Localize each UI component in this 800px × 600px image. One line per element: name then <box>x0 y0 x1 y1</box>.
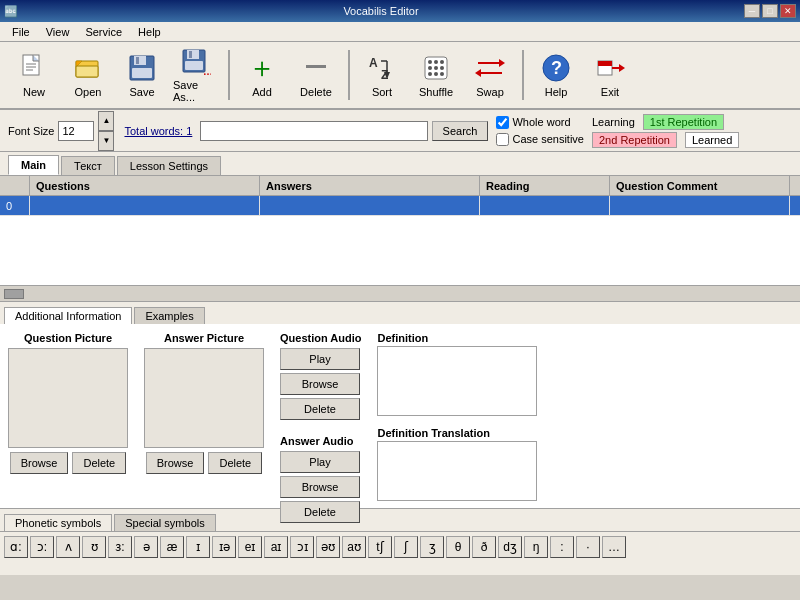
question-audio-browse[interactable]: Browse <box>280 373 360 395</box>
minimize-button[interactable]: ─ <box>744 4 760 18</box>
sort-button[interactable]: A Z Sort <box>356 46 408 104</box>
font-size-up[interactable]: ▲ <box>98 111 114 131</box>
close-button[interactable]: ✕ <box>780 4 796 18</box>
svg-text:…: … <box>203 66 211 77</box>
titlebar-controls: ─ □ ✕ <box>744 4 796 18</box>
phonetic-symbol-btn[interactable]: ɪ <box>186 536 210 558</box>
question-picture-delete[interactable]: Delete <box>72 452 126 474</box>
status-row-2: 2nd Repetition Learned <box>592 132 792 148</box>
answer-picture-browse[interactable]: Browse <box>146 452 205 474</box>
tab-special-symbols[interactable]: Special symbols <box>114 514 215 531</box>
saveas-icon: … <box>180 47 212 77</box>
answer-audio-play[interactable]: Play <box>280 451 360 473</box>
tab-text[interactable]: Текст <box>61 156 115 175</box>
phonetic-symbol-btn[interactable]: aʊ <box>342 536 366 558</box>
answer-audio-browse[interactable]: Browse <box>280 476 360 498</box>
help-label: Help <box>545 86 568 98</box>
menu-help[interactable]: Help <box>130 24 169 40</box>
col-answers: Answers <box>260 176 480 195</box>
font-size-down[interactable]: ▼ <box>98 131 114 151</box>
help-button[interactable]: ? Help <box>530 46 582 104</box>
new-button[interactable]: New <box>8 46 60 104</box>
svg-rect-6 <box>76 66 98 77</box>
shuffle-button[interactable]: Shuffle <box>410 46 462 104</box>
saveas-button[interactable]: … Save As... <box>170 46 222 104</box>
definition-translation-textarea[interactable] <box>377 441 537 501</box>
learned-badge: Learned <box>685 132 739 148</box>
tab-additional-info[interactable]: Additional Information <box>4 307 132 324</box>
whole-word-label: Whole word <box>512 116 570 128</box>
search-button[interactable]: Search <box>432 121 489 141</box>
question-audio-play[interactable]: Play <box>280 348 360 370</box>
answer-audio-delete[interactable]: Delete <box>280 501 360 523</box>
phonetic-symbol-btn[interactable]: ɜ: <box>108 536 132 558</box>
menu-service[interactable]: Service <box>77 24 130 40</box>
swap-button[interactable]: Swap <box>464 46 516 104</box>
add-button[interactable]: ＋ Add <box>236 46 288 104</box>
phonetic-symbol-btn[interactable]: · <box>576 536 600 558</box>
phonetic-symbol-btn[interactable]: ɪə <box>212 536 236 558</box>
phonetic-symbol-btn[interactable]: ɑ: <box>4 536 28 558</box>
svg-rect-14 <box>185 61 203 70</box>
whole-word-checkbox[interactable] <box>496 116 509 129</box>
tab-lesson-settings[interactable]: Lesson Settings <box>117 156 221 175</box>
second-rep-badge: 2nd Repetition <box>592 132 677 148</box>
definition-col: Definition Definition Translation <box>377 332 792 500</box>
save-label: Save <box>129 86 154 98</box>
phonetic-symbol-btn[interactable]: ŋ <box>524 536 548 558</box>
phonetic-symbol-btn[interactable]: aɪ <box>264 536 288 558</box>
phonetic-symbol-btn[interactable]: ð <box>472 536 496 558</box>
horizontal-scrollbar[interactable] <box>0 286 800 302</box>
case-sensitive-checkbox[interactable] <box>496 133 509 146</box>
exit-button[interactable]: Exit <box>584 46 636 104</box>
delete-button[interactable]: Delete <box>290 46 342 104</box>
phonetic-symbol-btn[interactable]: ʊ <box>82 536 106 558</box>
definition-textarea[interactable] <box>377 346 537 416</box>
col-questions: Questions <box>30 176 260 195</box>
toolbar: New Open Save <box>0 42 800 110</box>
menu-file[interactable]: File <box>4 24 38 40</box>
col-index <box>0 176 30 195</box>
phonetic-symbol-btn[interactable]: ɔɪ <box>290 536 314 558</box>
tab-examples[interactable]: Examples <box>134 307 204 324</box>
menu-view[interactable]: View <box>38 24 78 40</box>
phonetic-symbol-btn[interactable]: æ <box>160 536 184 558</box>
font-size-input[interactable] <box>58 121 94 141</box>
phonetic-symbol-btn[interactable]: dʒ <box>498 536 522 558</box>
add-icon: ＋ <box>246 52 278 84</box>
answer-picture-delete[interactable]: Delete <box>208 452 262 474</box>
phonetic-tabs: Phonetic symbols Special symbols <box>0 509 800 531</box>
phonetic-symbol-btn[interactable]: ʒ <box>420 536 444 558</box>
phonetic-symbol-btn[interactable]: θ <box>446 536 470 558</box>
learning-label: Learning <box>592 116 635 128</box>
status-area: Learning 1st Repetition 2nd Repetition L… <box>592 114 792 148</box>
phonetic-symbol-btn[interactable]: eɪ <box>238 536 262 558</box>
definition-translation-label: Definition Translation <box>377 427 792 439</box>
font-size-label: Font Size <box>8 125 54 137</box>
maximize-button[interactable]: □ <box>762 4 778 18</box>
tab-main[interactable]: Main <box>8 155 59 175</box>
svg-text:A: A <box>369 56 378 70</box>
svg-point-24 <box>434 60 438 64</box>
phonetic-symbol-btn[interactable]: ʃ <box>394 536 418 558</box>
answer-picture-buttons: Browse Delete <box>146 452 262 474</box>
phonetic-symbol-btn[interactable]: ə <box>134 536 158 558</box>
phonetic-symbol-btn[interactable]: əʊ <box>316 536 340 558</box>
question-picture-browse[interactable]: Browse <box>10 452 69 474</box>
tab-phonetic[interactable]: Phonetic symbols <box>4 514 112 531</box>
case-sensitive-area: Case sensitive <box>496 133 584 146</box>
phonetic-symbol-btn[interactable]: : <box>550 536 574 558</box>
save-button[interactable]: Save <box>116 46 168 104</box>
search-input[interactable] <box>200 121 427 141</box>
phonetic-symbol-btn[interactable]: … <box>602 536 626 558</box>
phonetic-area: Phonetic symbols Special symbols ɑ:ɔ:ʌʊɜ… <box>0 509 800 575</box>
table-row[interactable]: 0 <box>0 196 800 216</box>
question-audio-delete[interactable]: Delete <box>280 398 360 420</box>
phonetic-symbol-btn[interactable]: tʃ <box>368 536 392 558</box>
question-picture-col: Question Picture Browse Delete <box>8 332 128 500</box>
open-label: Open <box>75 86 102 98</box>
phonetic-symbol-btn[interactable]: ʌ <box>56 536 80 558</box>
phonetic-symbol-btn[interactable]: ɔ: <box>30 536 54 558</box>
open-button[interactable]: Open <box>62 46 114 104</box>
scroll-thumb[interactable] <box>4 289 24 299</box>
